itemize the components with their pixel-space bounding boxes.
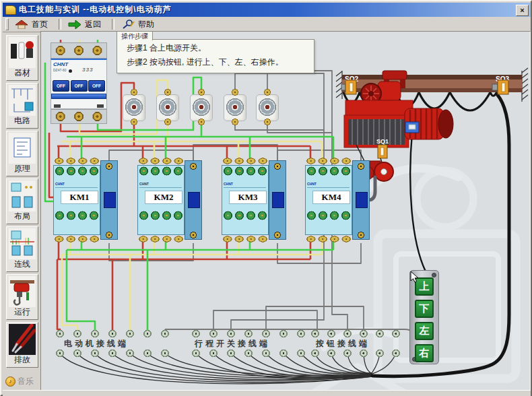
contactor-aux-block <box>100 160 118 240</box>
music-toggle[interactable]: ♪ 音乐 <box>5 374 38 388</box>
toolbar: 首页 返回 帮助 <box>3 17 531 32</box>
help-magnifier-icon <box>121 20 135 29</box>
home-icon <box>15 20 28 29</box>
troubleshoot-icon <box>9 324 36 355</box>
sidebar-item-circuit[interactable]: 电路 <box>6 83 38 129</box>
home-button[interactable]: 首页 <box>12 18 55 31</box>
contactor-aux-block <box>185 160 202 240</box>
sidebar-item-run[interactable]: 运行 <box>6 274 38 320</box>
breaker-brand: CHNT <box>53 61 68 67</box>
button-strip-bottom-row <box>307 349 404 358</box>
app-icon <box>5 5 16 15</box>
pendant-button-left[interactable]: 左 <box>415 322 434 340</box>
app-window: 电工技能与实训 --电动机控制\电动葫芦 × 首页 返回 帮助 器材 电路 <box>0 0 532 396</box>
contactor-km3: CHNT KM3 <box>222 156 286 244</box>
button-strip-label: 按钮接线端 <box>316 338 370 347</box>
sidebar: 器材 电路 原理 布局 连线 运行 排故 ♪ 音乐 <box>3 32 41 389</box>
pendant-control: 上 下 左 右 <box>409 270 439 364</box>
toolbar-separator <box>112 19 114 30</box>
sq1-label: SQ1 <box>376 138 389 145</box>
toolbar-grip <box>5 18 9 30</box>
instruction-box: 操作步骤 步骤1 合上电源开关。 步骤2 按动按钮, 进行上、下、左、右操作。 <box>117 39 314 73</box>
contactor-aux-block <box>352 160 370 240</box>
limit-strip-top-row <box>187 329 310 338</box>
sidebar-item-troubleshoot[interactable]: 排故 <box>6 322 38 368</box>
limit-strip-bottom-row <box>187 349 310 358</box>
breaker-top-terminals <box>51 42 107 59</box>
wiring-icon <box>9 228 36 259</box>
sidebar-item-principle[interactable]: 原理 <box>6 131 38 176</box>
button-strip-top-row <box>307 329 404 338</box>
contactor-km4: CHNT KM4 <box>305 156 370 244</box>
equipment-icon <box>9 37 36 68</box>
limit-strip-label: 行程开关接线端 <box>195 338 270 347</box>
layout-icon <box>9 180 36 211</box>
window-title: 电工技能与实训 --电动机控制\电动葫芦 <box>19 4 172 15</box>
fuse-1 <box>122 88 146 126</box>
breaker-switch-3[interactable]: OFF <box>88 80 105 92</box>
title-bar: 电工技能与实训 --电动机控制\电动葫芦 × <box>3 3 531 17</box>
fuse-3 <box>189 88 213 126</box>
status-bar <box>3 390 531 396</box>
pendant-button-down[interactable]: 下 <box>415 300 434 318</box>
sidebar-item-layout[interactable]: 布局 <box>6 178 38 224</box>
motor-strip-bottom-row <box>51 349 174 358</box>
principle-icon <box>9 133 36 164</box>
back-button[interactable]: 返回 <box>65 18 108 31</box>
contactor-aux-block <box>269 160 286 240</box>
music-note-icon: ♪ <box>5 376 15 387</box>
toolbar-separator <box>59 19 61 30</box>
fuse-5 <box>255 88 279 126</box>
mouse-cursor-icon <box>410 271 420 283</box>
breaker-handle-bar[interactable] <box>51 94 106 99</box>
motor-strip-top-row <box>51 329 174 338</box>
breaker-model: DZ47-60 <box>53 68 66 72</box>
circuit-icon <box>9 85 36 116</box>
breaker-bottom-terminals <box>51 109 107 124</box>
fuse-2 <box>156 88 180 126</box>
fuse-4 <box>223 88 247 126</box>
contactor-label: KM2 <box>145 191 182 204</box>
help-button[interactable]: 帮助 <box>119 18 161 31</box>
contactor-km1: CHNT KM1 <box>53 156 118 244</box>
breaker-switch-1[interactable]: OFF <box>53 80 69 92</box>
back-arrow-icon <box>68 20 81 29</box>
sidebar-item-wiring[interactable]: 连线 <box>6 226 38 272</box>
contactor-label: KM4 <box>312 191 350 204</box>
simulation-canvas: SQ2 SQ3 <box>40 31 531 391</box>
pendant-button-right[interactable]: 右 <box>415 344 434 362</box>
sq1-switch <box>378 145 387 158</box>
breaker-switch-2[interactable]: OFF <box>71 80 88 92</box>
motor-strip-label: 电动机接线端 <box>64 338 129 347</box>
sidebar-item-equipment[interactable]: 器材 <box>6 35 38 81</box>
circuit-breaker: CHNT DZ47-60 333 OFF OFF OFF <box>51 42 107 127</box>
instruction-tab: 操作步骤 <box>117 31 153 40</box>
step-2: 步骤2 按动按钮, 进行上、下、左、右操作。 <box>127 57 314 68</box>
close-button[interactable]: × <box>516 5 529 16</box>
hoist-motor <box>405 108 453 139</box>
step-1: 步骤1 合上电源开关。 <box>127 42 314 54</box>
contactor-label: KM3 <box>229 191 267 204</box>
breaker-marking: 333 <box>82 67 93 73</box>
contactor-km2: CHNT KM2 <box>137 156 202 244</box>
breaker-test-dot <box>69 69 72 73</box>
run-hoist-icon <box>9 276 36 307</box>
contactor-label: KM1 <box>61 191 98 204</box>
